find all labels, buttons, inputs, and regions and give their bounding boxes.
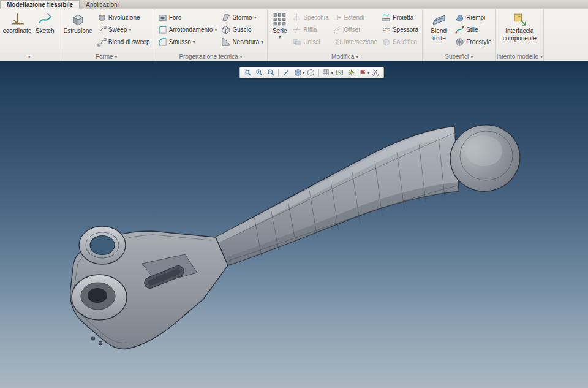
blend-di-sweep-button[interactable]: Blend di sweep — [96, 36, 151, 48]
proietta-button[interactable]: Proietta — [380, 12, 420, 23]
mirror-icon — [292, 13, 301, 22]
coordinate-label: coordinate — [3, 28, 32, 34]
guscio-button[interactable]: Guscio — [220, 24, 265, 36]
chevron-down-icon: ▾ — [115, 55, 118, 59]
estrusione-label: Estrusione — [64, 28, 92, 34]
tab-applicazioni[interactable]: Applicazioni — [80, 0, 124, 9]
lever-model[interactable] — [0, 61, 588, 388]
spessora-button[interactable]: Spessora — [380, 24, 420, 36]
knob-highlight — [466, 135, 502, 166]
chevron-down-icon: ▾ — [240, 55, 243, 59]
chamfer-icon — [158, 37, 167, 47]
group-label-text: Progettazione tecnica — [179, 53, 238, 60]
upper-boss[interactable] — [79, 226, 126, 264]
rifila-label: Rifila — [303, 26, 317, 33]
extend-icon — [333, 13, 342, 22]
chevron-down-icon: ▾ — [129, 28, 131, 32]
pattern-icon — [272, 12, 287, 27]
project-icon — [382, 13, 391, 22]
hole-icon — [158, 13, 167, 22]
chevron-down-icon: ▾ — [254, 15, 257, 20]
solidifica-label: Solidifica — [393, 39, 417, 45]
group-label-superfici[interactable]: Superfici ▾ — [423, 52, 495, 61]
ribbon-group-superfici: Blend limite Riempi Stile — [423, 9, 496, 61]
chevron-down-icon: ▾ — [356, 55, 358, 59]
lower-boss[interactable] — [72, 275, 127, 320]
chevron-down-icon: ▾ — [28, 55, 31, 59]
freestyle-button[interactable]: Freestyle — [454, 36, 492, 48]
application-window: Modellazione flessibile Applicazioni coo… — [0, 0, 588, 388]
arrotondamento-label: Arrotondamento — [169, 26, 213, 33]
chevron-down-icon: ▾ — [470, 55, 473, 59]
group-label-partial[interactable]: ▾ — [0, 52, 59, 61]
sformo-button[interactable]: Sformo ▾ — [220, 12, 265, 23]
chevron-down-icon: ▾ — [279, 35, 281, 40]
group-label-text: Intento modello — [497, 53, 538, 60]
interfaccia-componente-button[interactable]: Interfaccia componente — [498, 10, 541, 43]
ribbon-group-forme: Estrusione Rivoluzione Sweep ▾ — [59, 9, 154, 61]
group-label-text: Superfici — [445, 53, 469, 60]
ribbon-group-datum-partial: coordinate Sketch ▾ — [0, 9, 59, 61]
coordinate-system-icon — [10, 12, 25, 27]
offset-icon — [333, 25, 342, 34]
riempi-label: Riempi — [466, 14, 485, 21]
nervatura-button[interactable]: Nervatura ▾ — [220, 36, 265, 48]
serie-label: Serie — [273, 28, 287, 34]
ribbon-tab-bar: Modellazione flessibile Applicazioni — [0, 0, 588, 9]
plate-nub — [99, 341, 102, 345]
component-interface-icon — [512, 12, 527, 27]
tab-modellazione-flessibile[interactable]: Modellazione flessibile — [0, 0, 80, 9]
ribbon-group-progettazione: Foro Arrotondamento ▾ Smusso — [154, 9, 268, 61]
estrusione-button[interactable]: Estrusione — [62, 10, 94, 36]
estendi-label: Estendi — [344, 14, 364, 21]
group-label-intento[interactable]: Intento modello ▾ — [496, 52, 543, 61]
graphics-viewport[interactable]: ▾ ▾ ▾ — [0, 61, 588, 388]
blend-limite-label: Blend limite — [427, 28, 450, 42]
chevron-down-icon: ▾ — [193, 40, 195, 45]
riempi-button[interactable]: Riempi — [454, 12, 492, 23]
arrotondamento-button[interactable]: Arrotondamento ▾ — [157, 24, 219, 36]
rifila-button: Rifila — [291, 24, 330, 36]
shell-icon — [221, 25, 230, 34]
intersect-icon — [333, 37, 342, 47]
rivoluzione-label: Rivoluzione — [108, 14, 140, 21]
serie-button[interactable]: Serie ▾ — [270, 10, 289, 41]
boundary-blend-icon — [431, 12, 447, 27]
unisci-label: Unisci — [303, 39, 320, 45]
fill-icon — [455, 13, 464, 22]
revolve-icon — [97, 13, 107, 22]
plate-nub — [91, 337, 95, 340]
group-label-text: Forme — [96, 53, 113, 60]
proietta-label: Proietta — [393, 14, 413, 21]
intersezione-button: Intersezione — [331, 36, 378, 48]
group-label-progettazione[interactable]: Progettazione tecnica ▾ — [154, 52, 268, 61]
unisci-button: Unisci — [291, 36, 330, 48]
smusso-button[interactable]: Smusso ▾ — [157, 36, 219, 48]
freestyle-icon — [455, 37, 464, 47]
rivoluzione-button[interactable]: Rivoluzione — [96, 12, 151, 23]
chevron-down-icon: ▾ — [261, 40, 263, 45]
solidifica-button: Solidifica — [380, 36, 420, 48]
chevron-down-icon: ▾ — [214, 28, 217, 32]
round-icon — [158, 25, 167, 34]
group-label-forme[interactable]: Forme ▾ — [59, 52, 154, 61]
style-icon — [455, 25, 464, 34]
sweep-icon — [97, 25, 107, 34]
ribbon: coordinate Sketch ▾ Es — [0, 9, 588, 61]
freestyle-label: Freestyle — [466, 39, 491, 45]
blend-limite-button[interactable]: Blend limite — [425, 10, 452, 43]
group-label-text: Modifica — [331, 53, 354, 60]
foro-button[interactable]: Foro — [157, 12, 219, 23]
sweep-button[interactable]: Sweep ▾ — [96, 24, 151, 36]
sketch-icon — [37, 12, 53, 27]
swept-blend-icon — [97, 37, 107, 47]
specchia-label: Specchia — [303, 14, 328, 21]
group-label-modifica[interactable]: Modifica ▾ — [268, 52, 422, 61]
coordinate-system-button[interactable]: coordinate — [2, 10, 32, 36]
interfaccia-componente-label: Interfaccia componente — [500, 28, 539, 42]
smusso-label: Smusso — [169, 39, 191, 45]
ribbon-empty-space — [544, 9, 588, 61]
sketch-button[interactable]: Sketch — [34, 10, 56, 36]
tab-label: Applicazioni — [86, 1, 118, 8]
stile-button[interactable]: Stile — [454, 24, 492, 36]
